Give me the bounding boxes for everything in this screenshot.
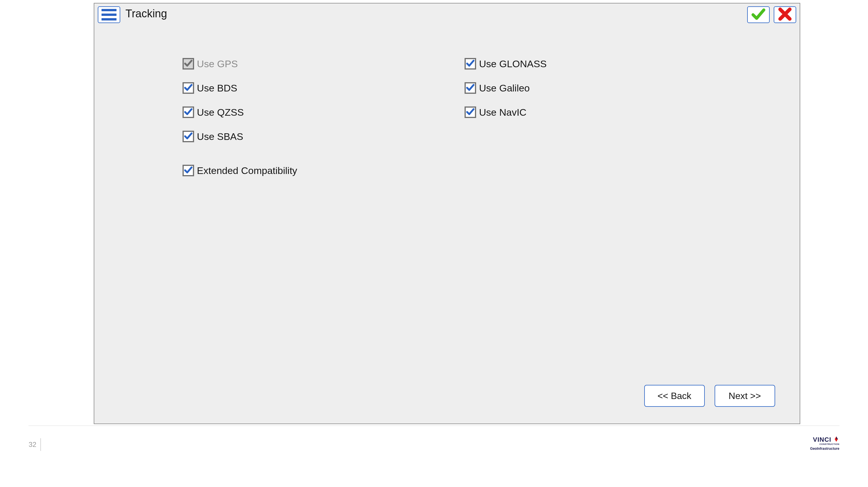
checkmark-icon	[184, 107, 193, 117]
checkmark-icon	[184, 59, 193, 69]
header-actions	[747, 6, 796, 23]
wizard-nav: << Back Next >>	[644, 385, 775, 407]
checkbox-gps	[183, 58, 194, 69]
label-sbas: Use SBAS	[197, 131, 243, 142]
cancel-button[interactable]	[774, 6, 796, 23]
label-gps: Use GPS	[197, 58, 238, 69]
label-galileo: Use Galileo	[479, 83, 530, 94]
page-number: 32	[29, 438, 41, 451]
checkbox-extended-compat[interactable]	[183, 165, 194, 176]
checkbox-qzss[interactable]	[183, 106, 194, 118]
checkmark-icon	[466, 107, 475, 117]
checkbox-galileo[interactable]	[465, 82, 476, 94]
brand-subtitle-2: GeoInfrastructure	[810, 447, 839, 451]
tracking-panel: Tracking Use GP	[94, 3, 800, 424]
checkbox-glonass[interactable]	[465, 58, 476, 69]
header-row: Tracking	[98, 6, 796, 23]
next-button[interactable]: Next >>	[715, 385, 775, 407]
checkbox-bds[interactable]	[183, 82, 194, 94]
checkmark-icon	[751, 7, 766, 23]
checkmark-icon	[466, 59, 475, 69]
checkbox-navic[interactable]	[465, 106, 476, 118]
checkmark-icon	[184, 83, 193, 93]
page-title: Tracking	[125, 6, 167, 20]
label-qzss: Use QZSS	[197, 107, 244, 118]
checkmark-icon	[466, 83, 475, 93]
hamburger-icon	[101, 18, 117, 21]
hamburger-icon	[101, 13, 117, 16]
footer-divider	[29, 426, 839, 426]
back-button[interactable]: << Back	[644, 385, 705, 407]
label-bds: Use BDS	[197, 83, 237, 94]
label-glonass: Use GLONASS	[479, 58, 547, 69]
options-area: Use GPS Use GLONASS Use BDS	[183, 58, 747, 189]
hamburger-icon	[101, 9, 117, 11]
brand-name: VINCI	[813, 436, 831, 444]
checkmark-icon	[184, 165, 193, 175]
checkbox-sbas[interactable]	[183, 131, 194, 142]
brand-block: VINCI CONSTRUCTION GeoInfrastructure	[810, 436, 839, 451]
label-navic: Use NavIC	[479, 107, 526, 118]
brand-logo-icon	[833, 436, 839, 444]
label-extended-compat: Extended Compatibility	[197, 165, 297, 176]
close-icon	[778, 7, 792, 23]
checkmark-icon	[184, 131, 193, 141]
menu-button[interactable]	[98, 6, 120, 23]
confirm-button[interactable]	[747, 6, 770, 23]
